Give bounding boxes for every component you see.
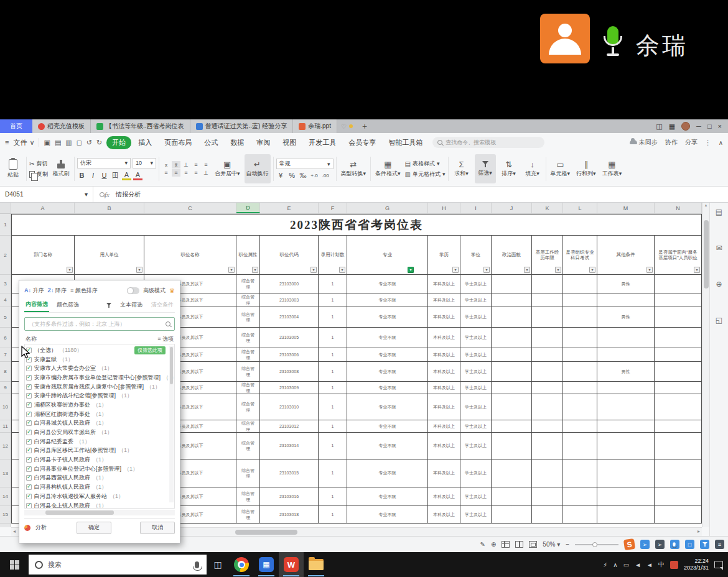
table-cell[interactable] bbox=[532, 328, 563, 348]
taskbar-app-meeting[interactable]: ▦ bbox=[254, 552, 279, 577]
table-cell[interactable] bbox=[597, 420, 655, 433]
paste-button[interactable]: 粘贴 bbox=[2, 154, 24, 183]
table-cell[interactable] bbox=[597, 348, 655, 362]
filter-list-item[interactable]: ✓ 灞桥区红旗街道办事处 （1） bbox=[26, 410, 174, 419]
table-cell[interactable]: 23103014 bbox=[260, 433, 319, 459]
table-cell[interactable]: 综合管理 bbox=[236, 362, 260, 382]
table-cell[interactable] bbox=[492, 307, 532, 328]
sum-button[interactable]: Σ 求和▾ bbox=[451, 154, 472, 183]
table-cell[interactable] bbox=[492, 362, 532, 382]
format-painter-button[interactable]: 格式刷 bbox=[50, 154, 72, 183]
filter-dropdown-button[interactable]: ▾ bbox=[452, 267, 459, 273]
align-right-icon[interactable]: ≡ bbox=[182, 169, 190, 177]
table-cell[interactable]: 学士及以上 bbox=[460, 487, 492, 506]
checkbox-checked-icon[interactable]: ✓ bbox=[26, 420, 32, 426]
table-cell[interactable] bbox=[597, 328, 655, 348]
list-vertical-scrollbar[interactable] bbox=[169, 346, 174, 502]
table-cell[interactable]: 学士及以上 bbox=[460, 328, 492, 348]
table-header-cell[interactable]: 其他条件 ▾ bbox=[597, 236, 655, 275]
filter-dropdown-button[interactable]: ▾ bbox=[646, 267, 653, 273]
table-header-cell[interactable]: 部门名称 ▾ bbox=[11, 236, 75, 275]
vertical-scrollbar[interactable]: ▴ bbox=[702, 203, 709, 527]
table-cell[interactable] bbox=[655, 506, 702, 524]
task-view-button[interactable]: ◫ bbox=[207, 560, 229, 570]
checkbox-checked-icon[interactable]: ✓ bbox=[26, 439, 32, 445]
table-cell[interactable]: 23103006 bbox=[260, 348, 319, 362]
table-cell[interactable] bbox=[563, 382, 597, 394]
vertical-scroll-thumb[interactable] bbox=[704, 220, 709, 288]
table-style-button[interactable]: ▤表格样式▾ bbox=[405, 160, 446, 168]
table-cell[interactable]: 专业不限 bbox=[347, 362, 428, 382]
table-cell[interactable] bbox=[492, 420, 532, 433]
table-cell[interactable] bbox=[532, 487, 563, 506]
table-cell[interactable] bbox=[597, 293, 655, 307]
table-cell[interactable] bbox=[563, 394, 597, 420]
filter-list-item[interactable]: ✓ 白河县仓上镇人民政府 （1） bbox=[26, 501, 174, 509]
menu-item[interactable]: 页面布局 bbox=[159, 136, 197, 149]
table-cell[interactable] bbox=[532, 382, 563, 394]
table-cell[interactable] bbox=[492, 433, 532, 459]
filter-list-item[interactable]: ✓ 白河县冷水镇退役军人服务站 （1） bbox=[26, 492, 174, 501]
table-header-cell[interactable]: 是否属于面向“服务基层项目”人员职位 ▾ bbox=[655, 236, 702, 275]
row-header[interactable]: 10 bbox=[0, 394, 11, 420]
table-cell[interactable]: 学士及以上 bbox=[460, 275, 492, 293]
table-cell[interactable]: 专业不限 bbox=[347, 293, 428, 307]
zoom-slider[interactable] bbox=[575, 544, 618, 545]
checkbox-checked-icon[interactable]: ✓ bbox=[26, 366, 32, 371]
column-header[interactable]: L bbox=[563, 203, 597, 213]
table-cell[interactable] bbox=[597, 506, 655, 524]
table-cell[interactable]: 23103005 bbox=[260, 328, 319, 348]
menu-item[interactable]: 会员专享 bbox=[343, 136, 381, 149]
select-all-corner[interactable] bbox=[0, 203, 11, 213]
taskbar-search-box[interactable]: 搜索 bbox=[29, 555, 207, 575]
table-cell[interactable]: 综合管理 bbox=[236, 420, 260, 433]
table-cell[interactable]: 本科及以上 bbox=[428, 293, 460, 307]
checkbox-checked-icon[interactable]: ✓ bbox=[26, 412, 32, 417]
table-cell[interactable]: 本科及以上 bbox=[428, 362, 460, 382]
table-cell[interactable] bbox=[532, 348, 563, 362]
type-convert-button[interactable]: ⇄ 类型转换▾ bbox=[339, 154, 368, 183]
column-header[interactable]: H bbox=[428, 203, 460, 213]
save-icon[interactable]: ▣ bbox=[44, 139, 50, 147]
table-cell[interactable]: 本科及以上 bbox=[428, 307, 460, 328]
share-button[interactable]: 分享 bbox=[685, 138, 698, 147]
row-header[interactable]: 8 bbox=[0, 362, 11, 382]
table-cell[interactable]: 本科及以上 bbox=[428, 487, 460, 506]
decrease-decimal-icon[interactable]: .00 bbox=[321, 173, 330, 178]
filter-list-item[interactable]: ✓ 白河县西营镇人民政府 （1） bbox=[26, 474, 174, 483]
table-cell[interactable] bbox=[655, 275, 702, 293]
column-header[interactable]: M bbox=[597, 203, 655, 213]
table-cell[interactable]: 1 bbox=[319, 307, 347, 328]
table-cell[interactable]: 男性 bbox=[597, 307, 655, 328]
advanced-mode-toggle[interactable] bbox=[127, 287, 139, 294]
table-cell[interactable] bbox=[655, 362, 702, 382]
row-header[interactable]: 11 bbox=[0, 420, 11, 433]
table-header-cell[interactable]: 专业 ▾ bbox=[347, 236, 428, 275]
table-cell[interactable] bbox=[563, 433, 597, 459]
annotate-screen-icon[interactable]: □ bbox=[685, 540, 694, 549]
minimize-button[interactable]: ─ bbox=[696, 122, 701, 130]
layout-split-icon[interactable]: ▦ bbox=[669, 122, 675, 131]
sort-button[interactable]: ⇅ 排序▾ bbox=[498, 154, 520, 183]
scroll-up-icon[interactable]: ▴ bbox=[705, 203, 707, 207]
table-cell[interactable]: 综合管理 bbox=[236, 382, 260, 394]
table-cell[interactable] bbox=[563, 293, 597, 307]
filter-list-item[interactable]: ✓ 安康市人大常委会办公室 （1） bbox=[26, 364, 174, 373]
table-cell[interactable]: 综合管理 bbox=[236, 328, 260, 348]
table-cell[interactable] bbox=[655, 307, 702, 328]
table-cell[interactable]: 综合管理 bbox=[236, 275, 260, 293]
table-cell[interactable]: 综合管理 bbox=[236, 487, 260, 506]
document-tab[interactable]: 【书法等年级..西省考岗位表 bbox=[91, 119, 190, 133]
checkbox-checked-icon[interactable]: ✓ bbox=[26, 503, 32, 509]
column-header[interactable]: F bbox=[319, 203, 347, 213]
table-cell[interactable]: 学士及以上 bbox=[460, 348, 492, 362]
tab-color-filter[interactable]: 颜色筛选 bbox=[55, 298, 80, 312]
checkbox-checked-icon[interactable]: ✓ bbox=[26, 466, 32, 472]
filter-list-item[interactable]: ✓ 白河县卡子镇人民政府 （1） bbox=[26, 455, 174, 464]
table-cell[interactable]: 专业不限 bbox=[347, 433, 428, 459]
menu-item[interactable]: 审阅 bbox=[251, 136, 276, 149]
filter-list-item[interactable]: ✓ 安康监狱 （1） bbox=[26, 355, 174, 364]
row-header[interactable]: 5 bbox=[0, 307, 11, 328]
table-cell[interactable] bbox=[492, 459, 532, 487]
table-cell[interactable]: 综合管理 bbox=[236, 293, 260, 307]
